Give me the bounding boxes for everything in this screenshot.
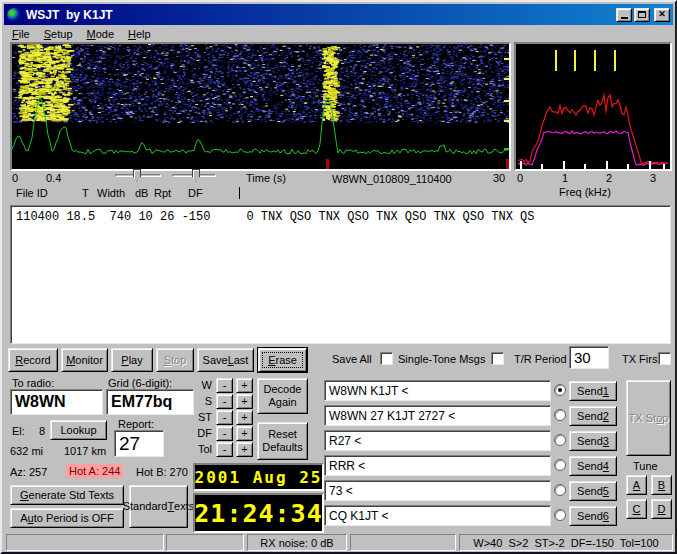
tx-first-label: TX First — [622, 353, 661, 365]
col-df: DF — [188, 187, 203, 199]
report-label: Report: — [118, 418, 154, 430]
tol-minus-button[interactable]: - — [216, 442, 233, 457]
message-radio-2[interactable] — [554, 409, 566, 421]
generate-std-texts-button[interactable]: Generate Std Texts — [10, 485, 124, 505]
time-display: 21:24:34 — [193, 493, 324, 533]
message-radio-1[interactable] — [554, 384, 566, 396]
message-field-1[interactable]: W8WN K1JT < — [324, 380, 551, 401]
freq-tick-3: 3 — [650, 172, 656, 184]
df-plus-button[interactable]: + — [236, 426, 253, 441]
decode-line: 110400 18.5 740 10 26 -150 0 TNX QSO TNX… — [16, 210, 534, 224]
message-field-3[interactable]: R27 < — [324, 430, 551, 451]
el-value: 8 — [39, 425, 45, 437]
maximize-button[interactable] — [634, 8, 650, 22]
distance-mi: 632 mi — [10, 445, 43, 457]
record-button[interactable]: Record — [8, 348, 58, 372]
waterfall-zero-slider[interactable] — [172, 169, 216, 182]
save-all-checkbox[interactable] — [380, 352, 393, 365]
monitor-button[interactable]: Monitor — [61, 348, 108, 372]
minimize-button[interactable] — [616, 8, 632, 22]
reset-defaults-button[interactable]: Reset Defaults — [257, 422, 308, 460]
tx-stop-button: TX Stop — [626, 380, 671, 456]
report-field[interactable]: 27 — [114, 430, 164, 457]
message-field-6[interactable]: CQ K1JT < — [324, 505, 551, 526]
tune-a-button[interactable]: A — [626, 475, 647, 495]
send-1-button[interactable]: Send 1 — [569, 381, 617, 401]
tol-plus-button[interactable]: + — [236, 442, 253, 457]
text-caret — [239, 187, 240, 199]
df-minus-button[interactable]: - — [216, 426, 233, 441]
freq-tick-0: 0 — [517, 172, 523, 184]
minimize-icon — [621, 17, 628, 19]
message-field-4[interactable]: RRR < — [324, 455, 551, 476]
distance-km: 1017 km — [64, 445, 106, 457]
save-last-button[interactable]: Save Last — [197, 348, 254, 372]
send-6-button[interactable]: Send 6 — [569, 506, 617, 526]
menu-file[interactable]: File — [5, 26, 37, 42]
freq-axis-label: Freq (kHz) — [559, 186, 611, 198]
lookup-button[interactable]: Lookup — [50, 420, 107, 440]
time-tick-30: 30 — [493, 172, 505, 184]
tune-c-button[interactable]: C — [626, 499, 647, 519]
to-radio-field[interactable]: W8WN — [10, 389, 103, 415]
grid-field[interactable]: EM77bq — [106, 389, 194, 415]
hot-b-value: Hot B: 270 — [136, 466, 188, 478]
send-4-button[interactable]: Send 4 — [569, 456, 617, 476]
menu-setup[interactable]: Setup — [37, 26, 80, 42]
menu-help[interactable]: Help — [121, 26, 158, 42]
freq-tick-2: 2 — [606, 172, 612, 184]
auto-period-button[interactable]: Auto Period is OFF — [10, 508, 124, 528]
standard-texts-button[interactable]: Standard Texts — [129, 485, 188, 528]
time-axis-label: Time (s) — [246, 172, 286, 184]
wsjt-window: WSJT by K1JT ✕ File Setup Mode Help 0 0.… — [0, 0, 677, 554]
decode-again-button[interactable]: Decode Again — [257, 378, 308, 414]
tr-period-field[interactable]: 30 — [569, 346, 609, 369]
send-5-button[interactable]: Send 5 — [569, 481, 617, 501]
az-value: Az: 257 — [10, 466, 47, 478]
stop-button: Stop — [156, 348, 194, 372]
play-button[interactable]: Play — [111, 348, 153, 372]
decode-text-area[interactable]: 110400 18.5 740 10 26 -150 0 TNX QSO TNX… — [10, 205, 671, 344]
app-globe-icon — [7, 8, 21, 22]
erase-button[interactable]: Erase — [258, 348, 307, 372]
send-2-button[interactable]: Send 2 — [569, 406, 617, 426]
message-radio-3[interactable] — [554, 434, 566, 446]
tune-b-button[interactable]: B — [651, 475, 672, 495]
s-minus-button[interactable]: - — [216, 394, 233, 409]
message-field-2[interactable]: W8WN 27 K1JT 2727 < — [324, 405, 551, 426]
menu-mode[interactable]: Mode — [80, 26, 122, 42]
col-t: T — [82, 187, 89, 199]
stepper-st-label: ST — [190, 411, 212, 423]
send-3-button[interactable]: Send 3 — [569, 431, 617, 451]
message-field-5[interactable]: 73 < — [324, 480, 551, 501]
w-minus-button[interactable]: - — [216, 378, 233, 393]
title-bar[interactable]: WSJT by K1JT ✕ — [4, 4, 673, 25]
st-plus-button[interactable]: + — [236, 410, 253, 425]
message-radio-4[interactable] — [554, 459, 566, 471]
st-minus-button[interactable]: - — [216, 410, 233, 425]
slider-thumb[interactable] — [192, 169, 200, 182]
freq-tick-1: 1 — [562, 172, 568, 184]
grid-label: Grid (6-digit): — [108, 377, 172, 389]
tx-first-checkbox[interactable] — [658, 352, 671, 365]
message-radio-6[interactable] — [554, 509, 566, 521]
waterfall-gain-slider[interactable] — [115, 169, 161, 182]
w-plus-button[interactable]: + — [236, 378, 253, 393]
col-file-id: File ID — [16, 187, 48, 199]
time-tick-04: 0.4 — [46, 172, 61, 184]
single-tone-checkbox[interactable] — [491, 352, 504, 365]
stepper-tol-label: Tol — [190, 443, 212, 455]
close-button[interactable]: ✕ — [654, 8, 670, 22]
stepper-s-label: S — [190, 395, 212, 407]
hot-a-badge: Hot A: 244 — [66, 464, 123, 478]
s-plus-button[interactable]: + — [236, 394, 253, 409]
single-tone-label: Single-Tone Msgs — [398, 353, 485, 365]
tune-d-button[interactable]: D — [651, 499, 672, 519]
erase-label: Erase — [268, 354, 297, 367]
message-radio-5[interactable] — [554, 484, 566, 496]
el-label: El: — [12, 425, 25, 437]
slider-thumb[interactable] — [133, 169, 141, 182]
waterfall-canvas — [12, 44, 509, 169]
stepper-df-label: DF — [190, 427, 212, 439]
spectrum-panel — [514, 42, 672, 171]
